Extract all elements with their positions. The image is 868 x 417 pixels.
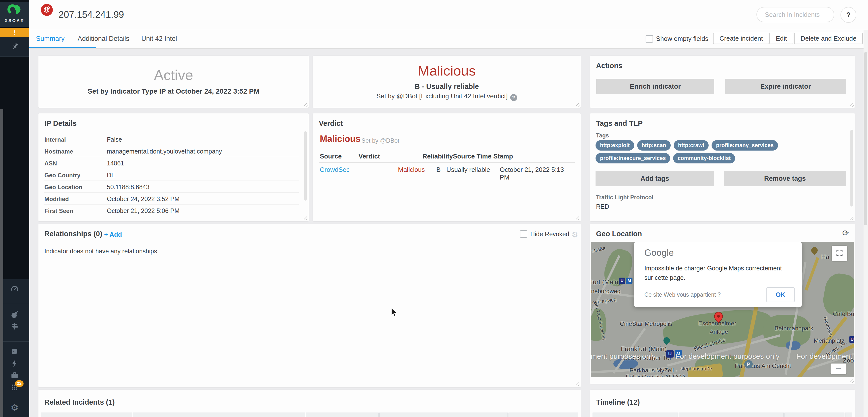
tag-pill[interactable]: http:exploit	[595, 140, 634, 150]
delete-and-exclude-button[interactable]: Delete and Exclude	[794, 33, 863, 44]
gauge-icon	[10, 284, 19, 294]
page-scrollbar-thumb[interactable]	[864, 52, 867, 225]
map-label: Zoo	[843, 357, 854, 364]
help-circle-icon[interactable]: ?	[510, 94, 517, 101]
tlp-label: Traffic Light Protocol	[596, 194, 653, 201]
xsoar-logo[interactable]: XSOAR	[0, 2, 29, 27]
ip-details-row: ASN 14061	[44, 157, 299, 169]
help-button[interactable]: ?	[840, 7, 856, 23]
ip-details-row-label: Hostname	[44, 148, 73, 155]
table-header-cell	[679, 413, 784, 417]
card-scrollbar[interactable]	[850, 130, 853, 207]
google-map[interactable]: straßefurt (Main)neburgwegUMneburgwegIm …	[591, 242, 854, 377]
sidebar-item-pin[interactable]	[0, 41, 29, 53]
map-label: straße	[591, 245, 606, 253]
refresh-icon[interactable]: ⟳	[842, 228, 849, 238]
sidebar-item-playbooks[interactable]	[0, 346, 29, 358]
verdict-column-header: Source	[320, 152, 359, 160]
sidebar-item-dashboard[interactable]	[0, 283, 29, 295]
xsoar-logo-icon	[6, 13, 23, 18]
tags-label: Tags	[596, 132, 609, 139]
tag-pill[interactable]: profile:many_services	[712, 140, 778, 150]
tlp-value: RED	[596, 203, 609, 210]
map-label: Baumweg	[823, 316, 834, 338]
sidebar-item-threat-intel[interactable]	[0, 309, 29, 321]
resize-handle[interactable]	[306, 105, 307, 107]
tag-pill[interactable]: http:scan	[637, 140, 671, 150]
search-input[interactable]	[756, 7, 834, 22]
map-marker-icon[interactable]	[713, 312, 724, 328]
card-scrollbar[interactable]	[304, 131, 307, 201]
ip-indicator-badge	[41, 4, 53, 16]
resize-handle[interactable]	[578, 218, 580, 220]
relationships-card: Relationships (0) + Add Hide Revoked ⚙ I…	[38, 224, 581, 387]
show-empty-fields-checkbox[interactable]	[646, 35, 653, 43]
ip-details-row-label: ASN	[44, 160, 57, 167]
resize-handle[interactable]	[578, 384, 580, 386]
map-label: Parkhaus Am Gericht	[735, 362, 791, 370]
verdict-source-link[interactable]: CrowdSec	[320, 166, 398, 181]
briefcase-icon	[10, 371, 19, 381]
map-label: U	[619, 278, 625, 284]
dialog-ok-button[interactable]: OK	[766, 287, 795, 302]
sidebar-item-settings[interactable]: ⚙	[0, 402, 29, 414]
add-relationship-link[interactable]: + Add	[104, 231, 122, 239]
page-scrollbar[interactable]	[864, 30, 868, 417]
edit-button[interactable]: Edit	[769, 33, 794, 44]
map-label: For development purposes only	[675, 352, 779, 360]
tab-additional-details[interactable]: Additional Details	[78, 35, 129, 43]
verdict-card: Verdict Malicious Set by @DBot SourceVer…	[313, 113, 581, 221]
hide-revoked-checkbox[interactable]	[520, 230, 527, 238]
remove-tags-button[interactable]: Remove tags	[724, 171, 846, 186]
ip-details-row-value: 50.1188:8.6843	[107, 183, 150, 191]
create-incident-button[interactable]: Create incident	[713, 33, 769, 44]
marketplace-count-badge: 22	[15, 380, 24, 387]
ip-details-row-label: Internal	[44, 136, 66, 143]
map-label: M	[626, 278, 632, 284]
expire-indicator-button[interactable]: Expire indicator	[725, 79, 846, 94]
ip-details-row-label: Geo Location	[44, 184, 82, 191]
map-zoom-out-button[interactable]	[831, 363, 846, 374]
verdict-table-separator	[319, 163, 575, 163]
resize-handle[interactable]	[578, 105, 580, 107]
ip-details-row-value: False	[107, 136, 122, 143]
relationships-settings-gear-icon[interactable]: ⚙	[571, 230, 578, 239]
sidebar-item-automation[interactable]	[0, 358, 29, 370]
ip-details-row-value: October 21, 2022 5:06 PM	[107, 207, 180, 214]
pushpin-icon	[10, 42, 19, 52]
resize-handle[interactable]	[852, 381, 854, 383]
tag-pill[interactable]: http:crawl	[674, 140, 709, 150]
resize-handle[interactable]	[852, 218, 854, 220]
globe-pin-icon	[43, 5, 51, 14]
exclamation-icon: !	[13, 29, 16, 36]
sidebar-item-jobs[interactable]	[0, 370, 29, 382]
tab-unit42-intel[interactable]: Unit 42 Intel	[141, 35, 177, 43]
enrich-indicator-button[interactable]: Enrich indicator	[596, 79, 714, 94]
tag-pill[interactable]: profile:insecure_services	[595, 153, 670, 164]
hide-revoked-label: Hide Revoked	[530, 231, 569, 238]
ip-details-row-label: First Seen	[44, 208, 73, 214]
resize-handle[interactable]	[306, 218, 307, 220]
ip-details-row: Modified October 24, 2022 3:52 PM	[44, 193, 299, 205]
tags-tlp-title: Tags and TLP	[596, 119, 643, 128]
map-label: Bethmannpark	[775, 325, 813, 332]
hide-revoked-toggle[interactable]: Hide Revoked	[520, 230, 569, 238]
page-title: 207.154.241.99	[59, 9, 124, 20]
sidebar-item-alerts-active[interactable]: !	[0, 28, 29, 37]
sidebar-item-marketplace[interactable]: 22	[0, 381, 29, 393]
signpost-icon	[10, 322, 19, 332]
ip-details-row-value: October 24, 2022 3:52 PM	[107, 196, 180, 203]
map-label: Parkhaus MyZeil -	[629, 367, 677, 374]
show-empty-fields-toggle[interactable]: Show empty fields	[646, 35, 708, 43]
verdict-setby: Set by @DBot	[362, 137, 399, 144]
xsoar-logo-text: XSOAR	[0, 18, 29, 23]
verdict-title: Verdict	[319, 119, 343, 128]
resize-handle[interactable]	[852, 105, 854, 107]
verdict-banner-card: Malicious B - Usually reliable Set by @D…	[313, 56, 581, 108]
sidebar-item-indicators[interactable]	[0, 321, 29, 333]
table-header-cell	[306, 413, 379, 417]
map-fullscreen-button[interactable]	[832, 246, 847, 261]
tag-pill[interactable]: community-blocklist	[673, 153, 735, 164]
tab-summary[interactable]: Summary	[36, 35, 65, 43]
add-tags-button[interactable]: Add tags	[595, 171, 714, 186]
